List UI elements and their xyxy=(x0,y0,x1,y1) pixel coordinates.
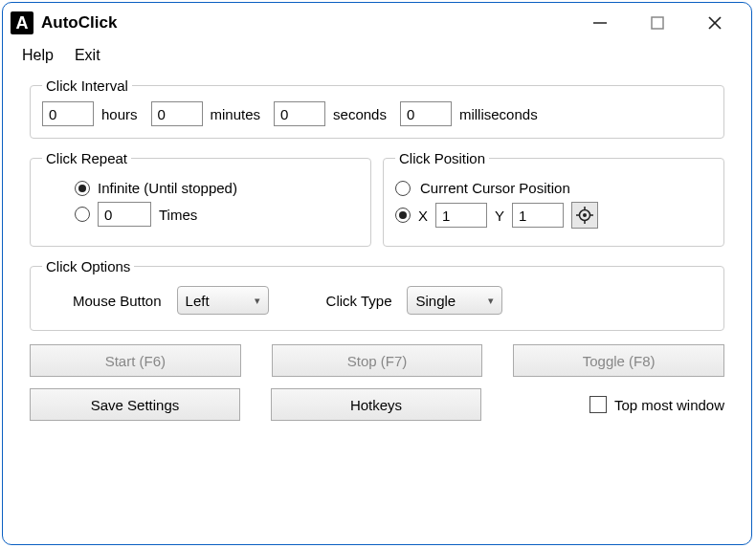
chevron-down-icon: ▾ xyxy=(488,295,494,307)
app-title: AutoClick xyxy=(41,13,573,33)
seconds-input[interactable] xyxy=(274,101,325,126)
menubar: Help Exit xyxy=(3,43,751,74)
topmost-label: Top most window xyxy=(614,397,724,413)
position-y-label: Y xyxy=(495,208,504,224)
app-icon: A xyxy=(11,11,33,34)
content-area: Click Interval hours minutes seconds mil… xyxy=(3,74,751,432)
mouse-button-value: Left xyxy=(186,293,210,309)
hours-label: hours xyxy=(101,106,138,122)
minutes-input[interactable] xyxy=(151,101,203,126)
repeat-infinite-label: Infinite (Until stopped) xyxy=(98,180,237,196)
milliseconds-label: milliseconds xyxy=(459,106,538,122)
topmost-checkbox[interactable] xyxy=(589,396,607,413)
position-x-label: X xyxy=(418,208,428,224)
svg-point-5 xyxy=(583,213,587,217)
click-interval-legend: Click Interval xyxy=(42,77,132,94)
click-interval-group: Click Interval hours minutes seconds mil… xyxy=(30,77,724,139)
milliseconds-input[interactable] xyxy=(400,101,452,126)
repeat-times-input[interactable] xyxy=(98,202,151,227)
chevron-down-icon: ▾ xyxy=(255,295,260,307)
titlebar: A AutoClick xyxy=(3,3,751,43)
repeat-infinite-radio[interactable] xyxy=(75,181,90,196)
app-window: A AutoClick Help Exit Click Interval hou… xyxy=(2,2,752,545)
hours-input[interactable] xyxy=(42,101,94,126)
window-controls xyxy=(581,9,734,37)
repeat-times-label: Times xyxy=(159,207,197,223)
stop-button[interactable]: Stop (F7) xyxy=(272,344,483,377)
hotkeys-button[interactable]: Hotkeys xyxy=(271,388,481,421)
click-position-group: Click Position Current Cursor Position X… xyxy=(383,150,724,247)
position-x-input[interactable] xyxy=(435,203,487,228)
position-y-input[interactable] xyxy=(512,203,564,228)
menu-help[interactable]: Help xyxy=(22,47,54,64)
close-button[interactable] xyxy=(696,9,734,37)
click-position-legend: Click Position xyxy=(395,150,489,166)
click-repeat-legend: Click Repeat xyxy=(42,150,131,166)
toggle-button[interactable]: Toggle (F8) xyxy=(513,344,724,377)
mouse-button-label: Mouse Button xyxy=(73,293,162,309)
seconds-label: seconds xyxy=(333,106,387,122)
position-xy-radio[interactable] xyxy=(395,208,411,223)
click-options-group: Click Options Mouse Button Left ▾ Click … xyxy=(30,258,724,331)
click-repeat-group: Click Repeat Infinite (Until stopped) Ti… xyxy=(30,150,371,247)
pick-location-button[interactable] xyxy=(571,202,598,229)
minutes-label: minutes xyxy=(211,106,261,122)
position-cursor-radio[interactable] xyxy=(395,181,411,196)
click-options-legend: Click Options xyxy=(42,258,134,274)
position-cursor-label: Current Cursor Position xyxy=(420,180,570,196)
repeat-times-radio[interactable] xyxy=(75,207,90,222)
click-type-label: Click Type xyxy=(326,293,392,309)
click-type-value: Single xyxy=(415,293,456,309)
menu-exit[interactable]: Exit xyxy=(75,47,100,64)
crosshair-icon xyxy=(576,207,593,224)
mouse-button-select[interactable]: Left ▾ xyxy=(177,286,269,315)
start-button[interactable]: Start (F6) xyxy=(30,344,241,377)
svg-rect-1 xyxy=(652,17,663,29)
minimize-button[interactable] xyxy=(581,9,619,37)
maximize-button[interactable] xyxy=(638,9,677,37)
save-settings-button[interactable]: Save Settings xyxy=(30,388,240,421)
click-type-select[interactable]: Single ▾ xyxy=(407,286,502,315)
